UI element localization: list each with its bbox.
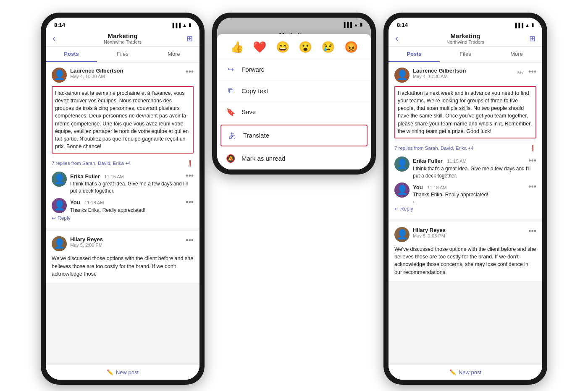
alert-icon-3: ❗ — [529, 145, 536, 151]
status-icons-1: ▐▐▐ ▲ ▮ — [171, 22, 191, 28]
tab-more-3[interactable]: More — [491, 47, 542, 62]
status-bar-1: 8:14 ▐▐▐ ▲ ▮ — [46, 18, 200, 30]
you-face-3: 👤 — [396, 185, 408, 196]
back-button-3[interactable]: ‹ — [395, 33, 407, 44]
action-copy-text[interactable]: ⧉ Copy text — [217, 81, 371, 102]
battery-icon-3: ▮ — [531, 22, 534, 28]
emoji-wow[interactable]: 😮 — [299, 41, 312, 54]
wifi-icon-3: ▲ — [525, 23, 530, 28]
new-post-icon-3: ✏️ — [449, 369, 456, 375]
menu-erika-1[interactable]: ••• — [186, 172, 194, 180]
tab-bar-3: Posts Files More — [388, 47, 542, 63]
post-body-en-3: Hackathon is next week and in advance yo… — [394, 86, 536, 138]
reply-button-3[interactable]: ↩ Reply — [394, 204, 536, 214]
reply-arrow-icon: ↩ — [52, 215, 56, 221]
header-icon-3[interactable]: ⊞ — [524, 34, 536, 43]
back-button-1[interactable]: ‹ — [52, 33, 64, 44]
action-translate[interactable]: あ Translate — [220, 125, 368, 146]
you-content-3: You 11:18 AM ••• Thanks Erika. Really ap… — [413, 182, 536, 204]
copy-label: Copy text — [242, 87, 268, 94]
copy-icon: ⧉ — [226, 86, 236, 95]
avatar-laurence-1: 👤 — [52, 68, 67, 83]
header-icon-1[interactable]: ⊞ — [181, 34, 193, 43]
main-post-1: 👤 Laurence Gilbertson May 4, 10:30 AM ••… — [46, 63, 200, 228]
replies-text-3[interactable]: 7 replies from Sarah, David, Erika +4 — [394, 146, 473, 151]
mark-unread-label: Mark as unread — [242, 155, 285, 162]
avatar-you-3: 👤 — [394, 182, 410, 198]
emoji-grin[interactable]: 😄 — [276, 41, 289, 54]
body-erika-3: I think that's a great idea. Give me a f… — [413, 165, 536, 180]
erika-meta-3: Erika Fuller 11:15 AM — [413, 157, 467, 164]
post-header-1: 👤 Laurence Gilbertson May 4, 10:30 AM ••… — [52, 68, 194, 83]
new-post-bar-1[interactable]: ✏️ New post — [46, 365, 200, 380]
app-header-3: ‹ Marketing Northwind Traders ⊞ — [388, 30, 542, 47]
emoji-row: 👍 ❤️ 😄 😮 😢 😡 — [217, 34, 371, 59]
phone-1-inner: 8:14 ▐▐▐ ▲ ▮ ‹ Marketing Northwind Trade… — [46, 18, 200, 380]
body-hilary-1: We've discussed those options with the c… — [52, 255, 194, 277]
action-forward[interactable]: ↪ Forward — [217, 59, 371, 81]
replies-bar-1: 7 replies from Sarah, David, Erika +4 ❗ — [52, 157, 194, 168]
feed-3: 👤 Laurence Gilbertson May 4, 10:30 AM aあ… — [388, 63, 542, 365]
reply-button-1[interactable]: ↩ Reply — [52, 214, 194, 223]
post-actions-3: aあ ••• — [517, 68, 536, 76]
erika-face-3: 👤 — [396, 159, 408, 169]
emoji-heart[interactable]: ❤️ — [253, 41, 266, 54]
title-area-1: Marketing Northwind Traders — [64, 32, 181, 44]
phone-2-inner: ▐▐▐ ▲ ▮ ‹ Marketing Northwind Traders ⊞ … — [217, 18, 371, 169]
hilary-header-1: 👤 Hilary Reyes May 5, 2:06 PM ••• — [52, 236, 194, 251]
hilary-face-icon: 👤 — [54, 238, 65, 249]
tab-files-3[interactable]: Files — [440, 47, 491, 62]
post-body-fr-1: Hackathon est la semaine prochaine et à … — [52, 86, 194, 154]
post-menu-3[interactable]: ••• — [528, 68, 536, 76]
erika-reply-content: Erika Fuller 11:15 AM ••• I think that's… — [70, 172, 194, 195]
tab-bar-1: Posts Files More — [46, 47, 200, 63]
time-hilary-3: May 5, 2:06 PM — [413, 233, 527, 238]
phone-3-inner: 8:14 ▐▐▐ ▲ ▮ ‹ Marketing Northwind Trade… — [388, 18, 542, 380]
time-laurence-1: May 4, 10:30 AM — [70, 74, 184, 79]
you-face-icon: 👤 — [54, 200, 65, 211]
replies-text-1[interactable]: 7 replies from Sarah, David, Erika +4 — [52, 161, 131, 166]
hilary-meta-1: Hilary Reyes May 5, 2:06 PM — [70, 236, 184, 248]
menu-you-3[interactable]: ••• — [528, 182, 536, 191]
new-post-bar-3[interactable]: ✏️ New post — [388, 365, 542, 380]
app-header-1: ‹ Marketing Northwind Traders ⊞ — [46, 30, 200, 47]
avatar-you-1: 👤 — [52, 198, 67, 213]
save-icon: 🔖 — [226, 107, 236, 117]
reply-arrow-icon-3: ↩ — [394, 206, 399, 212]
menu-hilary-3[interactable]: ••• — [528, 227, 536, 236]
avatar-erika-1: 👤 — [52, 172, 67, 187]
menu-you-1[interactable]: ••• — [186, 198, 194, 207]
laurence-face-icon: 👤 — [54, 70, 65, 81]
author-hilary-1: Hilary Reyes — [70, 236, 184, 242]
status-bar-3: 8:14 ▐▐▐ ▲ ▮ — [388, 18, 542, 30]
post-menu-1[interactable]: ••• — [186, 68, 194, 76]
menu-erika-3[interactable]: ••• — [528, 156, 536, 165]
alert-icon-1: ❗ — [186, 160, 194, 167]
avatar-erika-3: 👤 — [394, 156, 410, 172]
hilary-post-1: 👤 Hilary Reyes May 5, 2:06 PM ••• We've … — [46, 231, 200, 282]
tab-posts-1[interactable]: Posts — [46, 47, 97, 62]
emoji-sad[interactable]: 😢 — [321, 41, 335, 54]
reply-erika-1: 👤 Erika Fuller 11:15 AM ••• I think that… — [52, 168, 194, 195]
status-icons-3: ▐▐▐ ▲ ▮ — [514, 22, 534, 28]
emoji-angry[interactable]: 😡 — [344, 41, 358, 54]
tab-posts-3[interactable]: Posts — [388, 47, 440, 62]
action-save[interactable]: 🔖 Save — [217, 102, 371, 123]
tab-more-1[interactable]: More — [148, 47, 200, 62]
action-mark-unread[interactable]: 🔕 Mark as unread — [217, 148, 371, 169]
reply-erika-3: 👤 Erika Fuller 11:15 AM ••• I think that… — [394, 153, 536, 180]
hilary-meta-3: Hilary Reyes May 5, 2:06 PM — [413, 227, 527, 238]
wifi-icon: ▲ — [182, 23, 187, 28]
erika-meta: Erika Fuller 11:15 AM — [70, 172, 124, 180]
emoji-thumbs-up[interactable]: 👍 — [230, 41, 244, 54]
menu-hilary-1[interactable]: ••• — [186, 236, 194, 245]
time-erika-1: 11:15 AM — [104, 174, 123, 179]
mark-unread-icon: 🔕 — [226, 154, 236, 163]
save-label: Save — [242, 108, 256, 115]
tab-files-1[interactable]: Files — [97, 47, 148, 62]
post-header-3: 👤 Laurence Gilbertson May 4, 10:30 AM aあ… — [394, 68, 536, 83]
reply-you-1: 👤 You 11:18 AM ••• Thanks Erika. Really … — [52, 195, 194, 214]
time-1: 8:14 — [54, 22, 65, 28]
feed-1: 👤 Laurence Gilbertson May 4, 10:30 AM ••… — [46, 63, 200, 365]
hilary-face-3: 👤 — [396, 229, 408, 240]
